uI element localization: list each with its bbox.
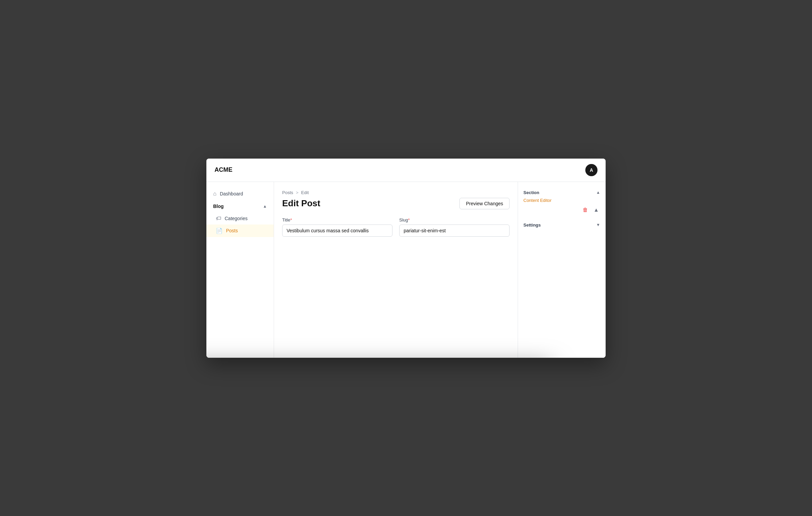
page-title: Edit Post — [282, 198, 320, 209]
right-panel-section2[interactable]: Settings ▼ — [523, 220, 600, 230]
avatar[interactable]: A — [585, 164, 597, 176]
sidebar-item-dashboard[interactable]: ⌂ Dashboard — [206, 187, 274, 200]
posts-label: Posts — [226, 228, 238, 233]
slug-group: Slug* — [399, 217, 510, 237]
right-panel-section-title: Section — [523, 190, 539, 195]
document-icon: 📄 — [216, 228, 223, 234]
cms-body: ⌂ Dashboard Blog ▲ 🏷 Categories 📄 Posts … — [206, 182, 606, 358]
content-editor-label: Content Editor — [523, 198, 600, 203]
right-panel-actions: 🗑 ▲ — [523, 206, 600, 214]
move-up-button[interactable]: ▲ — [592, 206, 600, 214]
delete-button[interactable]: 🗑 — [581, 206, 589, 214]
right-panel: Section ▲ Content Editor 🗑 ▲ Settings ▼ — [518, 182, 606, 358]
right-panel-section: Section ▲ Content Editor 🗑 ▲ — [523, 187, 600, 214]
slug-required: * — [408, 217, 410, 222]
breadcrumb-separator: > — [296, 190, 299, 195]
chevron-up-icon: ▲ — [263, 204, 267, 209]
breadcrumb-current: Edit — [301, 190, 309, 195]
sidebar: ⌂ Dashboard Blog ▲ 🏷 Categories 📄 Posts — [206, 182, 274, 358]
title-label: Title* — [282, 217, 392, 222]
form-row: Title* Slug* — [282, 217, 510, 237]
home-icon: ⌂ — [213, 191, 217, 197]
chevron-up-icon-2: ▲ — [596, 190, 600, 195]
sidebar-item-posts[interactable]: 📄 Posts — [206, 225, 274, 237]
cms-main: Posts > Edit Edit Post Preview Changes T… — [274, 182, 518, 358]
slug-label: Slug* — [399, 217, 510, 222]
slug-input[interactable] — [399, 225, 510, 237]
right-panel-toggle[interactable]: Section ▲ — [523, 187, 600, 198]
app-logo: ACME — [215, 166, 232, 173]
chevron-down-icon: ▼ — [596, 222, 600, 227]
tag-icon: 🏷 — [216, 215, 221, 221]
categories-label: Categories — [225, 216, 248, 221]
right-panel-section2-title: Settings — [523, 222, 541, 228]
cms-header: ACME A — [206, 159, 606, 182]
blog-section-label: Blog — [213, 204, 224, 209]
breadcrumb-parent[interactable]: Posts — [282, 190, 293, 195]
breadcrumb: Posts > Edit — [282, 190, 510, 195]
title-group: Title* — [282, 217, 392, 237]
title-input[interactable] — [282, 225, 392, 237]
dashboard-label: Dashboard — [220, 191, 243, 196]
page-title-row: Edit Post Preview Changes — [282, 198, 510, 209]
cms-window: ACME A ⌂ Dashboard Blog ▲ 🏷 Categories 📄… — [206, 159, 606, 358]
preview-changes-button[interactable]: Preview Changes — [459, 198, 510, 209]
sidebar-item-categories[interactable]: 🏷 Categories — [206, 212, 274, 225]
title-required: * — [290, 217, 292, 222]
sidebar-blog-section[interactable]: Blog ▲ — [206, 200, 274, 212]
